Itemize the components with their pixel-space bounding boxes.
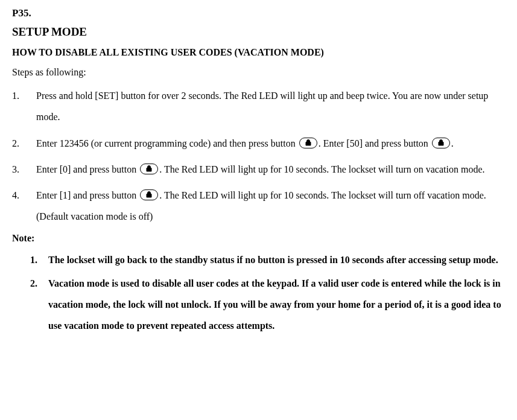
heading-setup-mode: SETUP MODE xyxy=(12,24,505,40)
step-3: Enter [0] and press button . The Red LED… xyxy=(12,159,505,180)
lock-icon xyxy=(432,138,450,148)
step-4: Enter [1] and press button . The Red LED… xyxy=(12,185,505,227)
note-1: The lockset will go back to the standby … xyxy=(30,249,505,270)
step-2-text-post: . xyxy=(451,138,454,148)
step-4-text-pre: Enter [1] and press button xyxy=(36,190,139,200)
page-number: P35. xyxy=(12,6,505,21)
step-2: Enter 123456 (or current programming cod… xyxy=(12,133,505,154)
lock-icon xyxy=(140,189,158,200)
step-2-text-mid: . Enter [50] and press button xyxy=(319,138,431,148)
heading-disable-codes: HOW TO DISABLE ALL EXISTING USER CODES (… xyxy=(12,46,505,59)
note-2: Vacation mode is used to disable all use… xyxy=(30,273,505,337)
step-2-text-pre: Enter 123456 (or current programming cod… xyxy=(36,138,298,148)
note-label: Note: xyxy=(12,232,505,245)
steps-list: Press and hold [SET] button for over 2 s… xyxy=(12,85,505,227)
note-1-text: The lockset will go back to the standby … xyxy=(48,255,498,265)
step-1: Press and hold [SET] button for over 2 s… xyxy=(12,85,505,127)
step-3-text-post: . The Red LED will light up for 10 secon… xyxy=(159,164,484,174)
lock-icon xyxy=(140,164,158,174)
step-3-text-pre: Enter [0] and press button xyxy=(36,164,139,174)
step-1-text: Press and hold [SET] button for over 2 s… xyxy=(36,91,488,122)
steps-intro: Steps as following: xyxy=(12,66,505,79)
note-2-text: Vacation mode is used to disable all use… xyxy=(48,278,501,331)
lock-icon xyxy=(299,138,317,148)
notes-list: The lockset will go back to the standby … xyxy=(12,249,505,337)
